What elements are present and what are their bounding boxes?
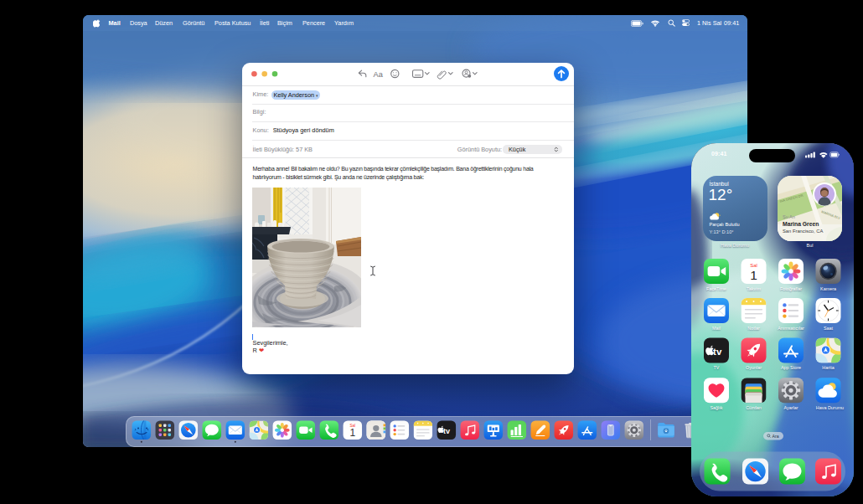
svg-text:Aa: Aa: [374, 70, 384, 79]
svg-text:tv: tv: [443, 427, 450, 435]
svg-text:tv: tv: [713, 347, 722, 357]
svg-text:Sal: Sal: [750, 263, 757, 268]
svg-text:Ara: Ara: [773, 434, 779, 439]
svg-text:1: 1: [750, 268, 757, 282]
svg-text:1: 1: [349, 427, 355, 439]
